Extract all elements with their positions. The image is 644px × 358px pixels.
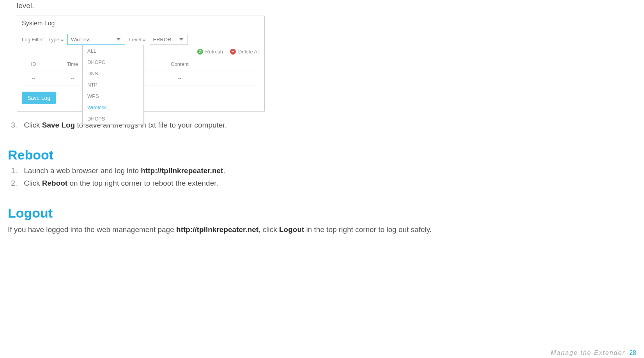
filter-row: Log Filter: Type = Wireless Level = ERRO… [22,34,260,45]
refresh-icon [197,49,203,55]
p-text: If you have logged into the web manageme… [8,225,176,234]
dropdown-item[interactable]: WPS [83,90,143,102]
step-text: Click [24,121,42,129]
step-bold: Reboot [42,179,67,187]
p-text: , click [258,225,279,234]
save-log-button[interactable]: Save Log [22,92,56,104]
dropdown-item[interactable]: ALL [83,45,143,57]
dropdown-item[interactable]: Wireless [83,102,143,113]
dropdown-item[interactable]: DHCPS [83,113,143,124]
chevron-down-icon [115,36,122,43]
refresh-label: Refresh [205,49,223,55]
type-select-value: Wireless [71,37,90,43]
reboot-heading: Reboot [8,147,636,163]
reboot-step-1: 1. Launch a web browser and log into htt… [9,167,636,175]
top-fragment: level. [17,2,636,10]
svg-rect-0 [232,51,234,52]
p-text: in the top right corner to log out safel… [304,225,432,234]
delete-all-label: Delete All [238,49,260,55]
chevron-down-icon [178,36,184,43]
logout-paragraph: If you have logged into the web manageme… [8,225,636,235]
system-log-panel: System Log Log Filter: Type = Wireless L… [17,16,265,112]
step-number: 2. [9,179,17,188]
dropdown-item[interactable]: DNS [83,68,143,79]
step-bold: Save Log [42,121,75,129]
type-select[interactable]: Wireless [67,34,125,45]
type-dropdown: ALL DHCPC DNS NTP WPS Wireless DHCPS [82,45,144,125]
delete-icon [230,49,236,55]
level-label: Level = [129,37,145,43]
log-filter-label: Log Filter: [22,37,44,43]
step-text: Click [24,179,42,187]
dropdown-item[interactable]: DHCPC [83,57,143,68]
step-number: 1. [9,167,17,175]
reboot-step-2: 2. Click Reboot on the top right corner … [9,179,636,188]
p-bold: http://tplinkrepeater.net [176,225,258,234]
dropdown-item[interactable]: NTP [83,79,143,90]
logout-heading: Logout [8,206,636,221]
panel-title: System Log [22,20,260,27]
p-bold: Logout [279,225,304,234]
type-label: Type = [48,37,64,43]
level-select-value: ERROR [153,37,172,43]
step-text: on the top right corner to reboot the ex… [67,179,218,187]
refresh-button[interactable]: Refresh [197,49,223,55]
th-id: ID [22,57,45,71]
step-bold: http://tplinkrepeater.net [141,167,223,175]
step-number: 3. [9,121,17,129]
level-select[interactable]: ERROR [150,34,188,45]
delete-all-button[interactable]: Delete All [230,49,260,55]
step-text: Launch a web browser and log into [24,167,141,175]
step-text: . [223,167,225,175]
cell: -- [22,71,45,85]
